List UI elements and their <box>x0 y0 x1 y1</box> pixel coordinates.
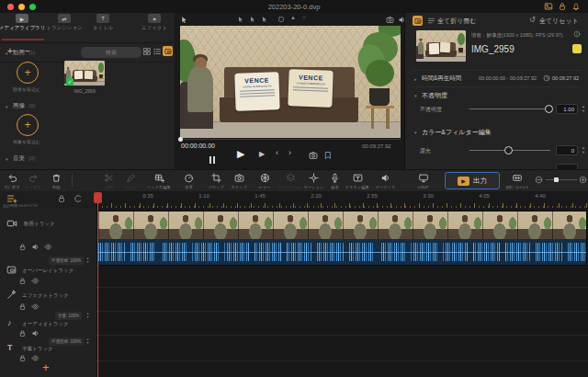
lock-track-icon[interactable] <box>18 277 27 285</box>
library-panel-toggle-button[interactable] <box>163 46 173 56</box>
preview-progress-bar[interactable] <box>180 139 401 140</box>
track-header-column: 動画トラック 不透明度: 100% ▲▼ オーバーレイトラック エフェクトトラッ… <box>0 208 97 377</box>
badge-stepper[interactable]: ▲▼ <box>85 257 91 265</box>
timeline-zoom-slider[interactable] <box>546 179 577 180</box>
opacity-stepper[interactable]: ▲ ▼ <box>580 103 587 115</box>
clip-filmstrip-thumbnails <box>98 211 586 239</box>
inspector-panel-toggle-button[interactable] <box>413 16 423 26</box>
opacity-value-box[interactable]: 1.00 <box>556 104 578 114</box>
lock-status-icon[interactable] <box>558 2 567 11</box>
tab-effects[interactable]: ✶ エフェクト <box>129 14 180 38</box>
snapshot-button[interactable] <box>309 151 318 160</box>
import-video-button[interactable]: + <box>17 62 39 84</box>
fit-timeline-button[interactable]: 画面に合わせる <box>503 173 531 189</box>
lock-track-icon[interactable] <box>18 329 27 337</box>
exposure-stepper[interactable]: ▲ ▼ <box>580 144 587 156</box>
speed-button[interactable]: 速度 <box>175 173 202 189</box>
shape-tool-icon[interactable]: ○ <box>302 15 306 20</box>
playhead-grip[interactable] <box>94 192 102 203</box>
hide-track-icon[interactable] <box>31 277 40 285</box>
hide-track-icon[interactable] <box>31 303 40 311</box>
badge-stepper[interactable]: ▲▼ <box>85 337 91 346</box>
mix-edit-button[interactable]: ミックス編集 <box>145 173 173 189</box>
edit-point-tool-icon[interactable] <box>237 16 244 23</box>
lock-track-icon[interactable] <box>18 354 27 362</box>
opacity-slider-track[interactable] <box>469 109 550 109</box>
collapse-all-button[interactable]: 全て折り畳む <box>437 17 477 26</box>
preview-panel: ▲ ○ VENCE LIVING IN BROOKLYN VENCE LIVIN… <box>175 13 404 169</box>
render-quality-button[interactable]: 1080P <box>410 173 437 189</box>
snapshot-top-icon[interactable] <box>386 16 394 24</box>
zoom-in-button[interactable] <box>579 176 587 184</box>
reset-all-button[interactable]: 全てリセット <box>539 17 579 26</box>
play-button[interactable]: ▶ <box>237 148 244 160</box>
exposure-value-box[interactable]: 0 <box>556 145 578 155</box>
timeline-ruler[interactable]: 0:35 1:10 1:45 2:20 2:55 3:30 4:05 4:40 <box>96 191 588 208</box>
lock-track-icon[interactable] <box>18 303 27 311</box>
playhead-line[interactable] <box>97 204 98 377</box>
collapse-all-icon[interactable] <box>427 17 435 25</box>
hide-track-icon[interactable] <box>44 243 52 251</box>
add-track-button[interactable]: + <box>42 360 50 374</box>
opacity-badge[interactable]: 不透明度: 100% <box>49 257 84 265</box>
next-frame-button[interactable]: › <box>288 148 291 157</box>
chevron-down-icon[interactable]: ▾ <box>6 156 8 162</box>
delete-button[interactable]: 削除 <box>42 173 70 189</box>
grid-view-icon[interactable] <box>142 47 152 56</box>
previous-frame-button[interactable]: ‹ <box>276 148 278 157</box>
opacity-badge[interactable]: 不透明度: 100% <box>49 337 84 346</box>
clip-color-swatch[interactable] <box>572 44 582 53</box>
zoom-out-button[interactable] <box>535 176 543 184</box>
mask-tool-icon[interactable]: ▲ <box>290 15 296 20</box>
export-button[interactable]: ▶ 出力 <box>445 172 500 189</box>
chevron-down-icon[interactable]: ▾ <box>6 104 8 109</box>
chevron-down-icon[interactable]: ▾ <box>414 93 417 98</box>
hide-track-icon[interactable] <box>31 354 40 362</box>
mute-track-icon[interactable] <box>31 329 40 337</box>
clip-name: IMG_2959 <box>471 44 514 54</box>
play-to-end-button[interactable]: ▶ <box>259 150 265 158</box>
audio-mixer-button[interactable]: オーディオ <box>371 173 399 189</box>
preview-progress-handle[interactable] <box>178 137 183 142</box>
select-tool-icon[interactable] <box>180 16 188 24</box>
trim-tool-icon[interactable] <box>249 16 256 23</box>
list-view-icon[interactable] <box>153 47 162 56</box>
snap-icon[interactable] <box>74 194 83 203</box>
search-input[interactable] <box>81 47 141 58</box>
volume-badge[interactable]: 音量: 100% <box>55 312 82 320</box>
pause-button[interactable] <box>209 151 215 167</box>
box-tool-icon[interactable] <box>277 16 285 23</box>
reset-all-icon[interactable]: ↺ <box>529 16 536 24</box>
opacity-slider-handle[interactable] <box>545 105 553 113</box>
tab-titles[interactable]: T タイトル <box>77 14 129 38</box>
video-preview-frame[interactable]: VENCE LIVING IN BROOKLYN VENCE LIVING IN… <box>180 26 401 138</box>
chevron-down-icon[interactable]: ▾ <box>6 51 8 56</box>
badge-stepper[interactable]: ▲▼ <box>85 312 91 320</box>
info-icon[interactable] <box>573 30 581 38</box>
chevron-down-icon[interactable]: ▾ <box>414 130 417 135</box>
ripple-tool-icon[interactable] <box>261 16 268 23</box>
text-edit-button[interactable]: テキスト編集 <box>344 173 371 189</box>
lock-track-icon[interactable] <box>18 243 27 251</box>
trim-button[interactable]: トリム <box>117 173 144 189</box>
timeline-zoom-handle[interactable] <box>554 177 559 182</box>
lock-track-icon[interactable] <box>57 194 66 203</box>
media-status-icon[interactable] <box>544 2 553 11</box>
step-down-icon[interactable]: ▼ <box>582 151 585 154</box>
ruler-tick-label: 0:35 <box>142 193 153 199</box>
ruler-tick-label: 2:20 <box>311 193 322 199</box>
effects-tab-icon: ✶ <box>148 14 161 23</box>
chevron-right-icon[interactable]: ▸ <box>414 76 417 82</box>
exposure-slider-handle[interactable] <box>504 146 513 154</box>
step-down-icon[interactable]: ▼ <box>582 109 585 113</box>
color-button[interactable]: カラー <box>251 173 278 189</box>
cushion-sub-text: LIVING IN BROOKLYN <box>288 81 333 86</box>
snapshot-tool-button[interactable]: スナップ <box>225 173 253 189</box>
add-marker-button[interactable] <box>323 151 333 160</box>
title-bar: 202203-20-0.dvp <box>0 0 588 14</box>
import-image-button[interactable]: + <box>17 114 39 136</box>
mute-track-icon[interactable] <box>31 243 40 251</box>
notification-bell-icon[interactable] <box>571 2 581 11</box>
video-clip[interactable] <box>97 211 587 266</box>
media-library-panel: ▶ メディアライブラリ ⇄ トランジション T タイトル ✶ エフェクト + −… <box>0 13 175 169</box>
